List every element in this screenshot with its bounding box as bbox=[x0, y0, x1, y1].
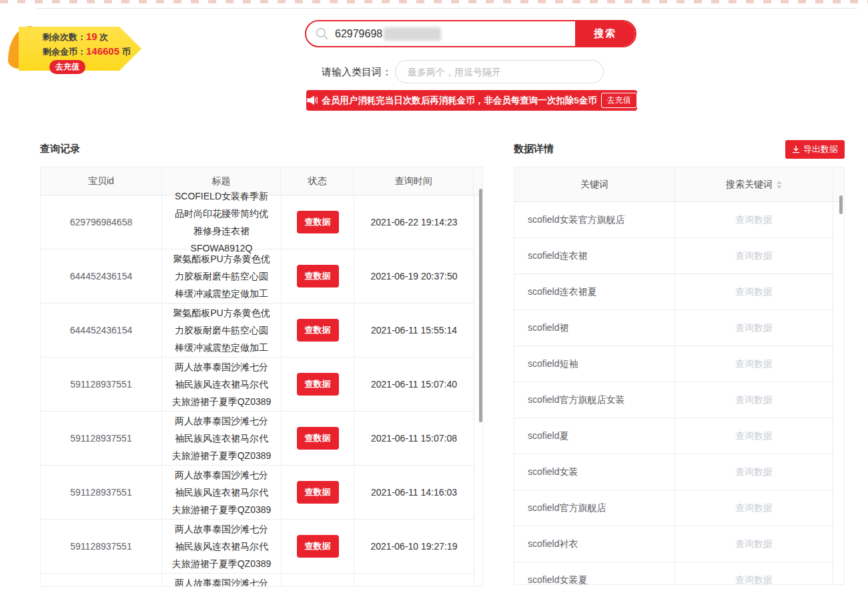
query-data-link[interactable]: 查询数据 bbox=[675, 238, 833, 273]
remaining-coins-value: 146605 bbox=[86, 45, 119, 57]
item-id-cell: 591128937551 bbox=[41, 574, 161, 587]
item-id-cell: 591128937551 bbox=[41, 358, 161, 411]
item-title-cell: 两人故事泰国沙滩七分袖民族风连衣裙马尔代夫旅游裙子夏季QZ0389 bbox=[161, 412, 281, 465]
item-id-cell: 644452436154 bbox=[41, 249, 161, 303]
recharge-button[interactable]: 去充值 bbox=[49, 60, 85, 74]
search-button[interactable]: 搜索 bbox=[575, 20, 635, 47]
keyword-row: scofield裙 查询数据 bbox=[514, 310, 833, 346]
keyword-row: scofield女装 查询数据 bbox=[514, 454, 833, 490]
check-data-button[interactable]: 查数据 bbox=[297, 319, 339, 342]
table-row: 591128937551 两人故事泰国沙滩七分袖民族风连衣裙马尔代夫旅游裙子夏季… bbox=[41, 466, 474, 520]
status-cell: 查数据 bbox=[281, 574, 354, 587]
status-cell: 查数据 bbox=[281, 358, 354, 411]
check-data-button[interactable]: 查数据 bbox=[297, 427, 339, 450]
query-data-link[interactable]: 查询数据 bbox=[675, 382, 833, 418]
item-id-cell: 591128937551 bbox=[41, 466, 161, 519]
keyword-row: scofield女装官方旗舰店 查询数据 bbox=[514, 202, 833, 238]
megaphone-icon bbox=[306, 95, 318, 105]
notice-recharge-button[interactable]: 去充值 bbox=[601, 93, 637, 108]
query-time-cell: 2021-06-19 20:37:50 bbox=[354, 249, 474, 303]
keyword-cell: scofield短袖 bbox=[514, 358, 675, 370]
keyword-cell: scofield连衣裙夏 bbox=[514, 286, 675, 298]
notice-banner: 会员用户消耗完当日次数后再消耗金币，非会员每查询一次扣除5金币 去充值 bbox=[306, 90, 637, 111]
query-time-cell: 2021-06-11 14:16:03 bbox=[354, 466, 474, 519]
remaining-times-value: 19 bbox=[86, 31, 97, 42]
search-keyword-label: 搜索关键词 bbox=[726, 179, 773, 191]
sort-icon[interactable] bbox=[777, 181, 782, 189]
query-data-link[interactable]: 查询数据 bbox=[675, 454, 833, 490]
search-input-value[interactable]: 62979698 bbox=[335, 28, 382, 40]
keyword-cell: scofield官方旗舰店女装 bbox=[514, 394, 675, 406]
column-header-search-keyword[interactable]: 搜索关键词 bbox=[675, 167, 833, 201]
item-title-cell: 两人故事泰国沙滩七分袖民族风连衣裙马尔代夫旅游裙子夏季QZ0389 bbox=[161, 520, 281, 573]
keyword-cell: scofield官方旗舰店 bbox=[514, 502, 675, 514]
check-data-button[interactable]: 查数据 bbox=[297, 373, 339, 396]
export-data-label: 导出数据 bbox=[803, 143, 838, 155]
remaining-coins-label: 剩余金币： bbox=[43, 47, 86, 57]
remaining-coins: 剩余金币：146605 币 bbox=[43, 45, 131, 58]
query-data-link[interactable]: 查询数据 bbox=[675, 310, 833, 346]
category-label: 请输入类目词： bbox=[304, 66, 392, 79]
keyword-row: scofield官方旗舰店女装 查询数据 bbox=[514, 382, 833, 418]
keyword-cell: scofield女装夏 bbox=[514, 574, 675, 586]
keyword-cell: scofield女装 bbox=[514, 466, 675, 478]
keyword-row: scofield官方旗舰店 查询数据 bbox=[514, 490, 833, 526]
check-data-button[interactable]: 查数据 bbox=[297, 211, 339, 233]
keyword-row: scofield短袖 查询数据 bbox=[514, 346, 833, 382]
query-data-link[interactable]: 查询数据 bbox=[675, 562, 833, 585]
check-data-button[interactable]: 查数据 bbox=[297, 265, 339, 287]
query-time-cell: 2021-06-10 19:27:19 bbox=[354, 574, 474, 587]
top-divider bbox=[37, 8, 857, 9]
keyword-cell: scofield衬衣 bbox=[514, 538, 675, 550]
remaining-coins-unit: 币 bbox=[122, 47, 131, 57]
item-id-cell: 591128937551 bbox=[41, 412, 161, 465]
redacted-value bbox=[384, 27, 441, 41]
column-header-item-id: 宝贝id bbox=[41, 167, 161, 195]
check-data-button[interactable]: 查数据 bbox=[297, 481, 339, 504]
keyword-cell: scofield裙 bbox=[514, 322, 675, 334]
item-title-cell: SCOFIELD女装春季新品时尚印花腰带简约优雅修身连衣裙SFOWA8912Q bbox=[161, 195, 281, 249]
keyword-cell: scofield连衣裙 bbox=[514, 250, 675, 262]
query-time-cell: 2021-06-11 15:07:08 bbox=[354, 412, 474, 465]
data-details-scrollbar[interactable] bbox=[839, 195, 843, 214]
query-data-link[interactable]: 查询数据 bbox=[675, 202, 833, 237]
notice-text: 会员用户消耗完当日次数后再消耗金币，非会员每查询一次扣除5金币 bbox=[322, 95, 597, 107]
data-details-table: 关键词 搜索关键词 scofield女装官方旗舰店 查询数据 scofield连… bbox=[514, 167, 845, 585]
status-cell: 查数据 bbox=[281, 304, 354, 357]
category-input[interactable] bbox=[395, 60, 604, 83]
table-row: 629796984658 SCOFIELD女装春季新品时尚印花腰带简约优雅修身连… bbox=[41, 195, 474, 249]
column-header-keyword: 关键词 bbox=[514, 167, 675, 201]
query-records-table: 宝贝id 标题 状态 查询时间 629796984658 SCOFIELD女装春… bbox=[40, 167, 483, 587]
top-dashed-decoration bbox=[0, 0, 868, 3]
query-data-link[interactable]: 查询数据 bbox=[675, 274, 833, 310]
keyword-row: scofield连衣裙夏 查询数据 bbox=[514, 274, 833, 310]
query-records-body: 629796984658 SCOFIELD女装春季新品时尚印花腰带简约优雅修身连… bbox=[41, 195, 482, 587]
item-title-cell: 两人故事泰国沙滩七分袖民族风连衣裙马尔代夫旅游裙子夏季QZ0389 bbox=[161, 574, 281, 587]
status-cell: 查数据 bbox=[281, 466, 354, 519]
query-data-link[interactable]: 查询数据 bbox=[675, 526, 833, 562]
keyword-row: scofield女装夏 查询数据 bbox=[514, 562, 833, 585]
query-time-cell: 2021-06-11 15:07:40 bbox=[354, 358, 474, 411]
keyword-row: scofield连衣裙 查询数据 bbox=[514, 238, 833, 274]
item-id-cell: 591128937551 bbox=[41, 520, 161, 573]
table-row: 591128937551 两人故事泰国沙滩七分袖民族风连衣裙马尔代夫旅游裙子夏季… bbox=[41, 358, 474, 412]
item-title-cell: 聚氨酯板PU方条黄色优力胶板耐磨牛筋空心圆棒缓冲减震垫定做加工 bbox=[161, 249, 281, 303]
query-data-link[interactable]: 查询数据 bbox=[675, 346, 833, 382]
search-bar[interactable]: 62979698 搜索 bbox=[305, 20, 636, 47]
query-records-scrollbar[interactable] bbox=[479, 189, 482, 422]
item-title-cell: 两人故事泰国沙滩七分袖民族风连衣裙马尔代夫旅游裙子夏季QZ0389 bbox=[161, 358, 281, 411]
data-details-header: 关键词 搜索关键词 bbox=[514, 167, 844, 202]
table-row: 644452436154 聚氨酯板PU方条黄色优力胶板耐磨牛筋空心圆棒缓冲减震垫… bbox=[41, 304, 474, 358]
query-data-link[interactable]: 查询数据 bbox=[675, 490, 833, 526]
keyword-cell: scofield女装官方旗舰店 bbox=[514, 214, 675, 226]
export-data-button[interactable]: 导出数据 bbox=[785, 140, 845, 159]
keyword-row: scofield衬衣 查询数据 bbox=[514, 526, 833, 562]
remaining-times: 剩余次数：19 次 bbox=[43, 31, 108, 43]
column-header-query-time: 查询时间 bbox=[353, 167, 473, 195]
data-details-title: 数据详情 bbox=[514, 143, 554, 155]
status-cell: 查数据 bbox=[281, 412, 354, 465]
query-data-link[interactable]: 查询数据 bbox=[675, 418, 833, 454]
check-data-button[interactable]: 查数据 bbox=[297, 535, 339, 558]
item-title-cell: 聚氨酯板PU方条黄色优力胶板耐磨牛筋空心圆棒缓冲减震垫定做加工 bbox=[161, 304, 281, 357]
status-cell: 查数据 bbox=[281, 249, 354, 303]
